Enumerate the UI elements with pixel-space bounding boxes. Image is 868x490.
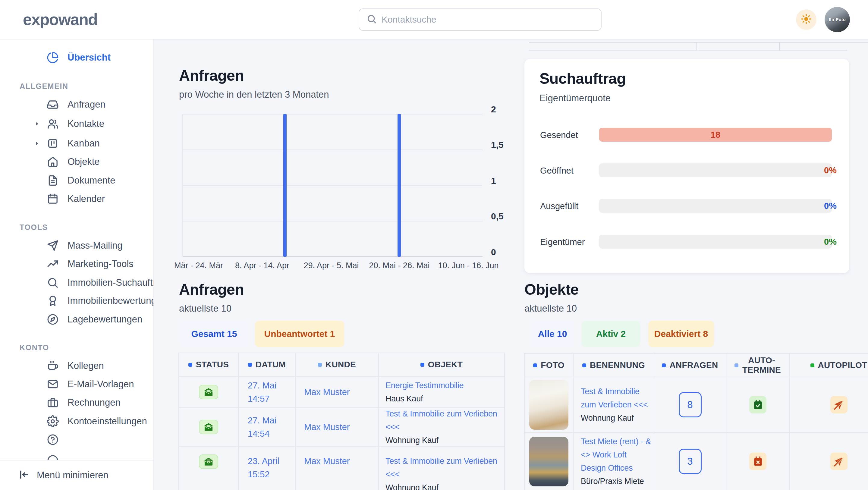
answered-status-badge <box>199 385 218 399</box>
sidebar-section-tools: TOOLS <box>20 223 48 232</box>
sidebar-item-immobilien-suchauftraege[interactable]: Immobilien-Suchaufträge <box>0 276 153 289</box>
x-axis-tick: Mär - 24. Mär <box>174 261 223 270</box>
sidebar-item-email-vorlagen[interactable]: E-Mail-Vorlagen <box>0 377 153 391</box>
objekte-list-title: Objekte <box>524 281 579 298</box>
logo: expowand <box>23 10 97 29</box>
benennung-bullet-icon <box>582 363 586 367</box>
tab-aktiv[interactable]: Aktiv 2 <box>582 320 640 347</box>
table-row-status <box>179 408 239 447</box>
collapse-menu-button[interactable]: Menü minimieren <box>0 460 154 490</box>
table-row-kunde: Max Muster <box>296 377 379 408</box>
column-header-kunde: KUNDE <box>296 353 379 377</box>
chart-title: Anfragen <box>179 67 244 84</box>
auto-termine-off-badge <box>749 453 767 470</box>
sidebar-item-anfragen[interactable]: Anfragen <box>0 98 153 112</box>
column-header-benennung: BENENNUNG <box>574 354 654 377</box>
home-icon <box>46 155 59 168</box>
cutoff-table-divider <box>696 42 697 50</box>
table-row-datum: 27. Mai14:54 <box>239 408 296 447</box>
datum-bullet-icon <box>248 363 252 367</box>
y-axis-tick: 1,5 <box>491 140 504 150</box>
y-axis-tick: 0 <box>491 247 496 257</box>
sidebar-item-objekte[interactable]: Objekte <box>0 155 153 169</box>
table-row-objekt: Energie TestimmobilieHaus Kauf <box>379 377 504 408</box>
chevron-right-icon[interactable] <box>34 121 40 127</box>
envelope-open-icon <box>203 457 214 467</box>
anfragen-count-button[interactable]: 3 <box>679 449 702 474</box>
funnel-row-label: Geöffnet <box>540 166 574 176</box>
sidebar-item-immobilienbewertungen[interactable]: Immobilienbewertungen <box>0 294 153 308</box>
objekte-table: FOTO BENENNUNG ANFRAGEN AUTO-TERMINE AUT… <box>524 353 868 490</box>
tab-gesamt[interactable]: Gesamt 15 <box>180 320 249 347</box>
object-photo[interactable] <box>529 380 568 430</box>
sidebar-item-faq[interactable] <box>0 433 153 447</box>
sidebar-item-rechnungen[interactable]: Rechnungen <box>0 396 153 409</box>
kunde-bullet-icon <box>318 363 322 367</box>
table-row-autopilot <box>790 377 868 433</box>
send-slash-icon <box>833 456 844 467</box>
sidebar-item-dokumente[interactable]: Dokumente <box>0 174 153 187</box>
theme-toggle-button[interactable] <box>796 9 816 30</box>
table-row-anfragen: 3 <box>654 433 726 490</box>
table-row-foto <box>525 377 574 433</box>
sidebar-item-kanban[interactable]: Kanban <box>0 136 153 150</box>
sidebar-item-kontakte[interactable]: Kontakte <box>0 117 153 131</box>
objekt-bullet-icon <box>421 363 424 367</box>
y-axis-tick: 0,5 <box>491 211 504 221</box>
inbox-icon <box>46 98 59 111</box>
table-row-kunde: Max Muster <box>296 408 379 447</box>
pie-chart-icon <box>46 51 59 64</box>
status-bullet-icon <box>188 363 192 367</box>
document-icon <box>46 174 59 187</box>
app-root: expowand Ihr Foto Übersicht ALLGEMEIN <box>0 0 868 490</box>
collapse-left-icon <box>18 469 30 482</box>
x-axis-tick: 10. Jun - 16. Jun <box>438 261 498 270</box>
foto-bullet-icon <box>533 363 537 367</box>
autopilot-off-badge <box>830 453 847 470</box>
tab-alle[interactable]: Alle 10 <box>531 320 574 347</box>
anfragen-table: STATUS DATUM KUNDE OBJEKT 27. Mai14:57 M… <box>179 353 505 490</box>
sidebar-section-allgemein: ALLGEMEIN <box>20 82 68 91</box>
column-header-objekt: OBJEKT <box>379 353 504 377</box>
sidebar-item-lagebewertungen[interactable]: Lagebewertungen <box>0 312 153 326</box>
sidebar-item-kollegen[interactable]: Kollegen <box>0 359 153 373</box>
column-header-foto: FOTO <box>525 354 574 377</box>
answered-status-badge <box>199 420 218 434</box>
user-avatar[interactable]: Ihr Foto <box>825 7 850 32</box>
object-photo[interactable] <box>529 437 568 486</box>
table-row-anfragen: 8 <box>654 377 726 433</box>
anfragen-count-button[interactable]: 8 <box>679 392 702 417</box>
envelope-open-icon <box>203 387 214 397</box>
briefcase-icon <box>46 396 59 409</box>
table-row-datum: 23. April15:52 <box>239 447 296 490</box>
contact-search[interactable] <box>359 8 601 31</box>
gear-icon <box>46 415 59 428</box>
help-circle-icon <box>46 433 59 446</box>
tab-unbeantwortet[interactable]: Unbeantwortet 1 <box>255 320 344 347</box>
column-header-anfragen: ANFRAGEN <box>654 354 726 377</box>
table-row-foto <box>525 433 574 490</box>
search-input[interactable] <box>381 14 594 25</box>
trending-up-icon <box>46 258 59 270</box>
calendar-icon <box>46 192 59 205</box>
chart-subtitle: pro Woche in den letzten 3 Monaten <box>179 89 329 100</box>
x-axis-tick: 8. Apr - 14. Apr <box>235 261 289 270</box>
auto-termine-bullet-icon <box>735 363 738 367</box>
sidebar-item-kontoeinstellungen[interactable]: Kontoeinstellungen <box>0 415 153 428</box>
envelope-open-icon <box>203 422 214 432</box>
chevron-right-icon[interactable] <box>34 141 40 147</box>
sidebar-item-mass-mailing[interactable]: Mass-Mailing <box>0 239 153 252</box>
anfragen-list-title: Anfragen <box>179 281 244 298</box>
y-axis-tick: 2 <box>491 104 496 115</box>
tab-deaktiviert[interactable]: Deaktiviert 8 <box>648 320 714 347</box>
search-icon <box>367 14 377 25</box>
sidebar-item-kalender[interactable]: Kalender <box>0 192 153 206</box>
sidebar-item-marketing-tools[interactable]: Marketing-Tools <box>0 257 153 271</box>
table-row-objekt: Test & Immobilie zum Verlieben <<<Wohnun… <box>379 408 504 447</box>
y-axis-tick: 1 <box>491 176 496 186</box>
sidebar: Übersicht ALLGEMEIN Anfragen Kontakte <box>0 39 154 490</box>
sidebar-item-uebersicht[interactable]: Übersicht <box>0 51 153 64</box>
column-header-autopilot: AUTOPILOT <box>790 354 868 377</box>
funnel-bar-geoeffnet: 0% <box>599 163 832 177</box>
suchauftrag-card: Suchauftrag Eigentümerquote Gesendet 18 … <box>524 59 849 273</box>
